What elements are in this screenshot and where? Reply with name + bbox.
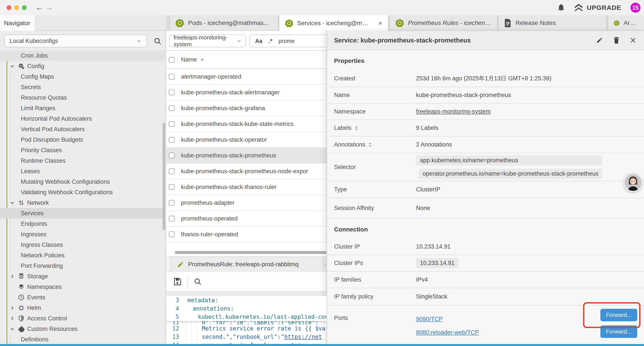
sidebar-item-network-policies[interactable]: Network Policies	[0, 250, 166, 261]
table-row[interactable]: prometheus-adapter	[166, 195, 326, 211]
table-row-selected[interactable]: kube-prometheus-stack-prometheus	[166, 148, 326, 164]
row-checkbox[interactable]	[169, 137, 174, 143]
search-input[interactable]: Aa .* prome	[250, 34, 326, 47]
table-row[interactable]: prometheus-operated	[166, 211, 326, 227]
close-window-button[interactable]	[6, 5, 12, 10]
sidebar-item-priority-classes[interactable]: Priority Classes	[0, 145, 166, 155]
kubeconfig-selector[interactable]: Local Kubeconfigs	[4, 34, 147, 47]
sidebar-item-services[interactable]: Services	[0, 208, 166, 219]
table-row[interactable]: kube-prometheus-stack-prometheus-node-ex…	[166, 164, 326, 179]
editor-find-button[interactable]	[194, 278, 202, 286]
edit-pencil-icon	[177, 261, 184, 268]
expand-collapse-icon[interactable]	[354, 125, 358, 131]
table-row[interactable]: alertmanager-operated	[166, 69, 326, 85]
table-row[interactable]: kube-prometheus-stack-grafana	[166, 100, 326, 116]
tab-services[interactable]: Services - icecheng@math... ×	[279, 15, 388, 31]
sidebar-item-config-maps[interactable]: Config Maps	[0, 71, 166, 82]
namespace-filter-select[interactable]: freeleaps-monitoring-system	[169, 34, 246, 47]
editor-line: 13second.","runbook_url":"https://net	[166, 333, 326, 341]
sidebar-item-validating-webhook-configurations[interactable]: Validating Webhook Configurations	[0, 187, 166, 198]
avatar[interactable]	[624, 173, 643, 192]
sort-ascending-icon[interactable]	[200, 57, 205, 62]
sidebar-item-definitions[interactable]: Definitions	[0, 334, 166, 345]
row-checkbox[interactable]	[169, 168, 174, 174]
back-button[interactable]: ←	[36, 3, 44, 12]
sidebar-item-secrets[interactable]: Secrets	[0, 82, 166, 92]
selector-badge: operator.prometheus.io/name=kube-prometh…	[419, 169, 602, 179]
sidebar-item-custom-resources[interactable]: Custom Resources	[0, 324, 166, 334]
sidebar-item-config[interactable]: Config	[0, 61, 166, 71]
tab-argo[interactable]: Argo Se	[608, 15, 644, 30]
sidebar-item-resource-quotas[interactable]: Resource Quotas	[0, 92, 166, 103]
sidebar-item-storage[interactable]: Storage	[0, 271, 166, 282]
sidebar-item-horizontal-pod-autoscalers[interactable]: Horizontal Pod Autoscalers	[0, 113, 166, 124]
sidebar-item-port-forwarding[interactable]: Port Forwarding	[0, 261, 166, 271]
close-tab-icon[interactable]: ×	[375, 19, 382, 27]
sidebar-item-access-control[interactable]: Access Control	[0, 313, 166, 324]
row-checkbox[interactable]	[169, 153, 174, 158]
match-case-toggle[interactable]: Aa	[255, 38, 262, 44]
sidebar-item-helm[interactable]: Helm	[0, 303, 166, 313]
sidebar-search-icon[interactable]	[154, 37, 162, 45]
sidebar-item-cron-jobs[interactable]: Cron Jobs	[0, 50, 166, 61]
sidebar-item-network[interactable]: Network	[0, 198, 166, 208]
forward-button[interactable]: →	[45, 3, 53, 12]
row-checkbox[interactable]	[169, 74, 174, 79]
document-icon	[504, 19, 512, 27]
port-link-9090[interactable]: 9090/TCP	[416, 316, 479, 323]
sidebar-item-vertical-pod-autoscalers[interactable]: Vertical Pod Autoscalers	[0, 124, 166, 134]
minimize-window-button[interactable]	[14, 5, 19, 10]
select-all-checkbox[interactable]	[169, 57, 174, 63]
table-row[interactable]: kube-prometheus-stack-alertmanager	[166, 85, 326, 100]
editor-tab-prometheusrule[interactable]: PrometheusRule: freeleaps-prod-rabbitmq	[170, 257, 324, 272]
row-checkbox[interactable]	[169, 216, 174, 221]
delete-trash-icon[interactable]	[613, 36, 620, 44]
services-list-panel: freeleaps-monitoring-system Aa .* prome …	[166, 31, 326, 346]
detail-row-ip-families: IP families IPv4	[327, 272, 644, 288]
edit-pencil-icon[interactable]	[596, 36, 603, 44]
row-checkbox[interactable]	[169, 200, 174, 206]
sidebar-item-runtime-classes[interactable]: Runtime Classes	[0, 155, 166, 166]
row-checkbox[interactable]	[169, 105, 174, 111]
table-row[interactable]: kube-prometheus-stack-operator	[166, 132, 326, 148]
tab-prometheus-rules[interactable]: Prometheus Rules - icecheng...	[389, 15, 498, 30]
notifications-bell-icon[interactable]	[558, 3, 565, 12]
row-checkbox[interactable]	[169, 184, 174, 190]
row-checkbox[interactable]	[169, 90, 174, 95]
table-row[interactable]: kube-prometheus-stack-thanos-ruler	[166, 179, 326, 195]
notification-count-badge[interactable]: 15	[630, 3, 640, 13]
expand-collapse-icon[interactable]	[368, 142, 372, 148]
kubernetes-icon	[175, 19, 184, 27]
sidebar-item-limit-ranges[interactable]: Limit Ranges	[0, 103, 166, 113]
sidebar-item-pod-disruption-budgets[interactable]: Pod Disruption Budgets	[0, 134, 166, 145]
service-detail-panel: Service: kube-prometheus-stack-prometheu…	[326, 31, 644, 346]
sidebar-item-endpoints[interactable]: Endpoints	[0, 219, 166, 229]
runbook-url-link[interactable]: https://net	[284, 334, 322, 340]
sidebar-item-ingress-classes[interactable]: Ingress Classes	[0, 240, 166, 250]
editor-tab-next-partial[interactable]	[325, 257, 326, 272]
yaml-editor[interactable]: 3metadata: 4annotations: 5kubectl.kubern…	[166, 296, 326, 346]
sidebar-item-namespaces[interactable]: Namespaces	[0, 282, 166, 292]
save-button[interactable]	[173, 277, 182, 286]
sidebar-item-ingresses[interactable]: Ingresses	[0, 229, 166, 240]
tab-release-notes[interactable]: Release Notes	[498, 15, 607, 30]
column-header-name[interactable]: Name	[181, 56, 197, 63]
navigator-panel-tab[interactable]: Navigator	[0, 15, 35, 31]
tab-pods[interactable]: Pods - icecheng@mathmas...	[169, 15, 278, 30]
sidebar-scrollbar-thumb[interactable]	[163, 123, 165, 230]
horizontal-scrollbar-thumb[interactable]	[175, 251, 326, 254]
row-checkbox[interactable]	[169, 121, 174, 127]
sidebar-item-events[interactable]: Events	[0, 292, 166, 303]
sidebar-item-leases[interactable]: Leases	[0, 166, 166, 177]
table-row[interactable]: thanos-ruler-operated	[166, 227, 326, 242]
upgrade-button[interactable]: UPGRADE	[574, 3, 621, 12]
detail-row-annotations: Annotations 2 Annotations	[327, 136, 644, 153]
namespace-link[interactable]: freeleaps-monitoring-system	[416, 108, 491, 115]
regex-toggle[interactable]: .*	[268, 38, 272, 44]
sidebar-item-mutating-webhook-configurations[interactable]: Mutating Webhook Configurations	[0, 177, 166, 187]
port-link-8080[interactable]: 8080:reloader-web/TCP	[416, 329, 479, 336]
table-row[interactable]: kube-prometheus-stack-kube-state-metrics	[166, 116, 326, 132]
row-checkbox[interactable]	[169, 232, 174, 237]
maximize-window-button[interactable]	[22, 5, 27, 10]
close-panel-icon[interactable]	[630, 37, 636, 44]
